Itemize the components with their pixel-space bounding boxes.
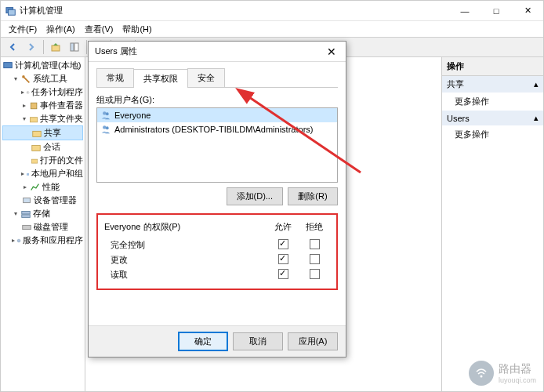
tree-task-scheduler[interactable]: ▸任务计划程序 [2,85,83,99]
expand-icon[interactable]: ▸ [21,102,27,109]
expand-icon[interactable]: ▸ [21,170,24,177]
permissions-box: Everyone 的权限(P) 允许 拒绝 完全控制 更改 读取 [96,213,338,290]
toolbar-separator [86,40,87,54]
dialog-footer: 确定 取消 应用(A) [89,325,346,357]
collapse-icon[interactable]: ▾ [12,75,19,82]
svg-point-17 [27,172,27,173]
perm-name: 完全控制 [111,239,267,251]
perm-row-change: 更改 [104,252,330,267]
tree-device-manager[interactable]: 设备管理器 [2,194,83,207]
tree-event-viewer[interactable]: ▸事件查看器 [2,99,83,112]
tree-label: 共享 [44,127,61,139]
permissions-header: Everyone 的权限(P) 允许 拒绝 [104,221,330,233]
svg-rect-16 [31,159,38,163]
chevron-up-icon: ▴ [534,79,539,89]
close-button[interactable]: ✕ [512,1,543,21]
user-row-everyone[interactable]: Everyone [97,108,337,122]
tab-share-permissions[interactable]: 共享权限 [133,69,188,88]
tree-local-users[interactable]: ▸本地用户和组 [2,167,83,180]
actions-more-1[interactable]: 更多操作 [442,93,543,111]
tree-label: 计算机管理(本地) [15,60,81,71]
add-button[interactable]: 添加(D)... [227,187,283,205]
tree-open-files[interactable]: 打开的文件 [2,154,83,167]
allow-checkbox[interactable] [278,254,288,264]
deny-checkbox[interactable] [310,239,320,249]
shared-folder-icon [29,114,38,125]
deny-checkbox[interactable] [310,254,320,264]
menu-action[interactable]: 操作(A) [42,22,80,37]
dialog-title: Users 属性 [95,45,137,57]
svg-rect-19 [27,174,29,175]
window-title: 计算机管理 [20,5,63,16]
svg-point-24 [17,239,20,242]
device-icon [21,195,32,206]
remove-button[interactable]: 删除(R) [288,187,338,205]
show-hide-button[interactable] [66,38,83,56]
minimize-button[interactable]: — [449,1,481,21]
dialog-body: 常规 共享权限 安全 组或用户名(G): Everyone Administra… [89,62,346,295]
tab-general[interactable]: 常规 [96,68,134,87]
share-icon [31,128,42,139]
svg-rect-13 [30,117,37,122]
actions-section-share[interactable]: 共享▴ [442,76,543,93]
services-icon [16,235,21,246]
allow-checkbox[interactable] [278,269,288,279]
perm-row-read: 读取 [104,267,330,282]
tree-storage[interactable]: ▾存储 [2,207,83,220]
tree-disk-management[interactable]: 磁盘管理 [2,220,83,234]
perm-row-full-control: 完全控制 [104,238,330,252]
watermark-text: 路由器 [499,362,536,376]
maximize-button[interactable]: □ [481,1,512,21]
actions-section-users[interactable]: Users▴ [442,111,543,125]
tree-root[interactable]: 计算机管理(本地) [2,59,83,72]
tab-security[interactable]: 安全 [187,68,225,87]
tree-sessions[interactable]: 会话 [2,140,83,154]
apply-button[interactable]: 应用(A) [288,332,338,350]
collapse-icon[interactable]: ▾ [21,115,27,122]
user-name: Administrators (DESKTOP-TIBILDM\Administ… [114,125,313,134]
expand-icon[interactable]: ▸ [21,183,28,191]
expand-icon[interactable]: ▸ [21,89,24,96]
computer-icon [2,60,13,71]
user-buttons: 添加(D)... 删除(R) [96,187,338,205]
back-button[interactable] [4,38,21,56]
collapse-icon[interactable]: ▾ [12,210,19,217]
svg-rect-1 [9,9,16,15]
menu-view[interactable]: 查看(V) [80,22,118,37]
tree-label: 会话 [43,141,60,153]
svg-rect-12 [31,103,37,109]
tree-label: 事件查看器 [40,100,83,111]
watermark-sub: luyouqi.com [499,376,536,384]
event-icon [29,100,38,111]
forward-button[interactable] [23,38,40,56]
svg-point-26 [106,112,109,115]
ok-button[interactable]: 确定 [178,332,228,351]
deny-header: 拒绝 [299,221,330,233]
actions-more-2[interactable]: 更多操作 [442,125,543,143]
session-icon [31,142,42,153]
menu-file[interactable]: 文件(F) [4,22,42,37]
dialog-title-bar: Users 属性 ✕ [89,42,346,62]
up-button[interactable] [47,38,64,56]
tree-label: 磁盘管理 [34,221,68,233]
deny-checkbox[interactable] [310,269,320,279]
window-controls: — □ ✕ [449,1,543,21]
dialog-close-button[interactable]: ✕ [324,45,339,58]
user-row-administrators[interactable]: Administrators (DESKTOP-TIBILDM\Administ… [97,122,337,136]
tree-shares[interactable]: 共享 [2,125,83,140]
user-list[interactable]: Everyone Administrators (DESKTOP-TIBILDM… [96,107,338,183]
title-bar: 计算机管理 — □ ✕ [1,1,543,21]
tree-shared-folders[interactable]: ▾共享文件夹 [2,112,83,125]
tree-system-tools[interactable]: ▾系统工具 [2,72,83,85]
tree-performance[interactable]: ▸性能 [2,180,83,194]
actions-section-label: Users [447,114,470,123]
tree-services-apps[interactable]: ▸服务和应用程序 [2,234,83,247]
expand-icon[interactable]: ▸ [12,237,15,244]
menu-help[interactable]: 帮助(H) [118,22,156,37]
cancel-button[interactable]: 取消 [233,332,283,350]
watermark-text-group: 路由器 luyouqi.com [499,362,536,384]
performance-icon [30,182,41,193]
users-icon [26,169,30,180]
title-left: 计算机管理 [5,5,63,16]
allow-checkbox[interactable] [278,239,288,249]
